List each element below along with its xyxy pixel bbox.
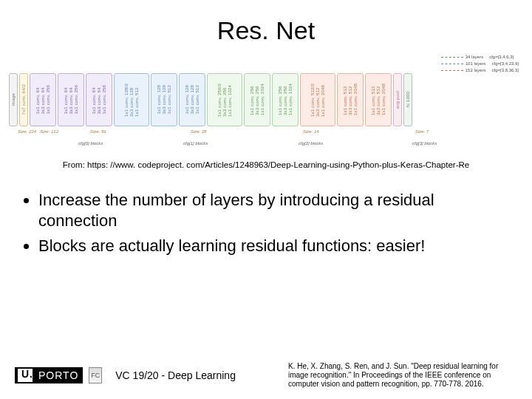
fc-logo: FC: [89, 367, 102, 383]
diagram-block: 7x7 conv, 64/2: [19, 73, 28, 126]
block-label: fc 1000: [406, 92, 411, 107]
diagram-blocks-row: image7x7 conv, 64/21x1 conv, 64 3x3 conv…: [9, 73, 523, 126]
slide-title: Res. Net: [0, 16, 532, 45]
block-label: image: [11, 93, 16, 106]
porto-logo-text: PORTO: [38, 369, 78, 381]
block-label: 7x7 conv, 64/2: [21, 84, 27, 115]
diagram-block: 1x1 conv, 128/2 3x3 conv, 128 1x1 conv, …: [114, 73, 149, 126]
diagram-block: 1x1 conv, 256 3x3 conv, 256 1x1 conv, 10…: [244, 73, 270, 126]
block-label: avg pool: [395, 91, 400, 109]
citation: K. He, X. Zhang, S. Ren, and J. Sun. "De…: [288, 362, 517, 389]
legend-row: 34 layerscfg=[3,4,6,3]: [441, 54, 519, 61]
cfg-label: cfg[1] blocks: [183, 141, 208, 146]
size-label: Size: 224: [18, 129, 36, 134]
porto-logo: U. PORTO: [15, 367, 83, 383]
bullet-list: Increase the number of layers by introdu…: [38, 190, 511, 256]
bullet-item: Blocks are actually learning residual fu…: [38, 236, 511, 256]
block-label: 1x1 conv, 512 3x3 conv, 512 1x1 conv, 20…: [343, 83, 358, 115]
footer: U. PORTO FC VC 19/20 - Deep Learning K. …: [15, 362, 517, 389]
block-label: 1x1 conv, 512 3x3 conv, 512 1x1 conv, 20…: [371, 83, 386, 115]
cfg-label: cfg[3] blocks: [412, 141, 437, 146]
diagram-block: 1x1 conv, 512 3x3 conv, 512 1x1 conv, 20…: [365, 73, 392, 126]
legend-row: 101 layerscfg=[3,4,23,9]: [441, 61, 519, 67]
block-label: 1x1 conv, 128 3x3 conv, 128 1x1 conv, 51…: [185, 85, 200, 115]
diagram-block: 1x1 conv, 512/2 3x3 conv, 512 1x1 conv, …: [300, 73, 335, 126]
diagram-block: 1x1 conv, 256/2 3x3 conv, 256 1x1 conv, …: [207, 73, 242, 126]
diagram-block: 1x1 conv, 64 3x3 conv, 64 1x1 conv, 256: [86, 73, 112, 126]
block-label: 1x1 conv, 256/2 3x3 conv, 256 1x1 conv, …: [217, 83, 233, 117]
block-label: 1x1 conv, 64 3x3 conv, 64 1x1 conv, 256: [35, 85, 51, 115]
cfg-label: cfg[0] blocks: [78, 141, 103, 146]
diagram-block: 1x1 conv, 128 3x3 conv, 128 1x1 conv, 51…: [179, 73, 205, 126]
diagram-block: avg pool: [393, 73, 402, 126]
block-label: 1x1 conv, 64 3x3 conv, 64 1x1 conv, 256: [92, 85, 107, 115]
size-label: Size: 56: [90, 129, 106, 134]
diagram-block: 1x1 conv, 64 3x3 conv, 64 1x1 conv, 256: [58, 73, 84, 126]
size-label: Size: 28: [191, 129, 207, 134]
block-label: 1x1 conv, 128 3x3 conv, 128 1x1 conv, 51…: [157, 85, 172, 115]
resnet-diagram: 34 layerscfg=[3,4,6,3]101 layerscfg=[3,4…: [7, 52, 525, 156]
diagram-block: image: [9, 73, 18, 126]
block-label: 1x1 conv, 512/2 3x3 conv, 512 1x1 conv, …: [310, 83, 326, 117]
diagram-block: 1x1 conv, 512 3x3 conv, 512 1x1 conv, 20…: [337, 73, 364, 126]
diagram-block: 1x1 conv, 64 3x3 conv, 64 1x1 conv, 256: [30, 73, 56, 126]
size-label: Size: 112: [40, 129, 58, 134]
block-label: 1x1 conv, 256 3x3 conv, 256 1x1 conv, 10…: [250, 83, 265, 115]
footer-center-text: VC 19/20 - Deep Learning: [115, 369, 236, 381]
size-label: Size: 7: [415, 129, 429, 134]
size-label: Size: 14: [303, 129, 319, 134]
diagram-legend: 34 layerscfg=[3,4,6,3]101 layerscfg=[3,4…: [441, 54, 519, 74]
diagram-block: 1x1 conv, 128 3x3 conv, 128 1x1 conv, 51…: [151, 73, 177, 126]
source-line: From: https: //www. codeproject. com/Art…: [0, 160, 532, 169]
block-label: 1x1 conv, 64 3x3 conv, 64 1x1 conv, 256: [64, 85, 79, 115]
diagram-block: 1x1 conv, 256 3x3 conv, 256 1x1 conv, 10…: [272, 73, 299, 126]
cfg-label: cfg[2] blocks: [299, 141, 323, 146]
block-label: 1x1 conv, 256 3x3 conv, 256 1x1 conv, 10…: [278, 83, 293, 115]
diagram-block: fc 1000: [403, 73, 412, 126]
block-label: 1x1 conv, 128/2 3x3 conv, 128 1x1 conv, …: [124, 83, 140, 117]
bullet-item: Increase the number of layers by introdu…: [38, 190, 511, 231]
